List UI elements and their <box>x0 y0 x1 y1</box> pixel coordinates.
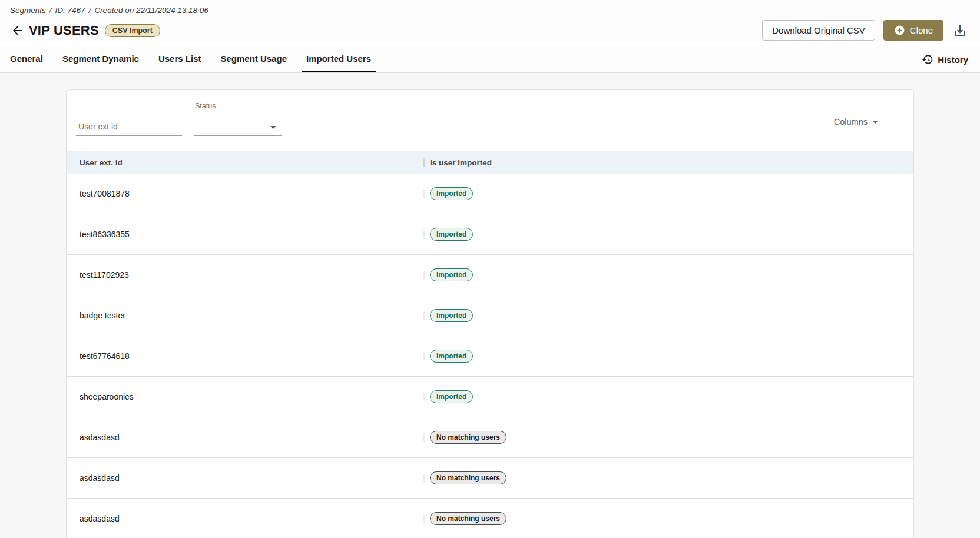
status-filter: Status <box>194 102 282 136</box>
breadcrumb: Segments / ID: 7467 / Created on 22/11/2… <box>10 6 968 15</box>
status-cell: Imported <box>423 228 913 241</box>
status-cell: No matching users <box>423 431 913 444</box>
status-cell: Imported <box>423 187 913 200</box>
status-badge: Imported <box>430 350 473 363</box>
chevron-down-icon <box>872 121 878 124</box>
column-separator <box>423 514 425 523</box>
breadcrumb-separator: / <box>49 6 52 15</box>
table-row: test11702923 Imported <box>67 255 913 295</box>
status-badge: Imported <box>430 390 473 403</box>
status-cell: Imported <box>423 309 913 322</box>
csv-import-badge: CSV Import <box>105 24 160 37</box>
page-header: Segments / ID: 7467 / Created on 22/11/2… <box>0 0 980 41</box>
user-ext-id-input[interactable] <box>76 118 182 136</box>
column-header-is-user-imported[interactable]: Is user imported <box>423 158 913 167</box>
status-badge: Imported <box>430 268 473 281</box>
tab-general[interactable]: General <box>10 47 48 72</box>
table-row: test67764618 Imported <box>67 336 913 377</box>
breadcrumb-created: Created on 22/11/2024 13:18:06 <box>94 6 208 15</box>
tab-imported-users[interactable]: Imported Users <box>302 47 376 72</box>
imported-users-card: Status Columns User ext. id Is user impo… <box>66 89 914 538</box>
user-ext-id-cell: test70081878 <box>67 189 423 198</box>
chevron-down-icon <box>270 126 276 129</box>
column-separator <box>423 271 425 280</box>
status-cell: No matching users <box>423 471 913 484</box>
content-area: Status Columns User ext. id Is user impo… <box>0 73 980 538</box>
download-original-csv-button[interactable]: Download Original CSV <box>762 20 875 41</box>
status-select[interactable] <box>194 119 282 136</box>
column-separator <box>423 230 425 239</box>
back-arrow-icon[interactable] <box>10 23 25 38</box>
tab-segment-usage[interactable]: Segment Usage <box>216 47 292 72</box>
user-ext-id-cell: badge tester <box>67 311 423 320</box>
clone-button-label: Clone <box>910 25 933 35</box>
user-ext-id-cell: asdasdasd <box>67 514 423 523</box>
status-filter-label: Status <box>194 102 282 110</box>
table-row: test70081878 Imported <box>67 174 913 214</box>
status-badge: Imported <box>430 187 473 200</box>
status-badge: No matching users <box>430 471 506 484</box>
tab-users-list[interactable]: Users List <box>154 47 206 72</box>
column-separator <box>423 158 425 167</box>
status-cell: No matching users <box>423 512 913 525</box>
history-label: History <box>938 55 968 65</box>
breadcrumb-segments-link[interactable]: Segments <box>10 6 46 15</box>
table-header-row: User ext. id Is user imported <box>67 151 913 174</box>
column-separator <box>423 352 425 361</box>
page-title: VIP USERS <box>29 23 99 38</box>
table-row: asdasdasd No matching users <box>67 458 913 499</box>
title-row: VIP USERS CSV Import Download Original C… <box>10 20 968 41</box>
user-ext-id-cell: sheeparoonies <box>67 392 423 401</box>
columns-label: Columns <box>834 117 868 127</box>
breadcrumb-id: ID: 7467 <box>55 6 85 15</box>
status-badge: Imported <box>430 309 473 322</box>
column-separator <box>423 393 425 401</box>
status-badge: No matching users <box>430 512 506 525</box>
filter-bar: Status Columns <box>67 90 913 136</box>
column-header-label: Is user imported <box>430 158 492 167</box>
table-row: sheeparoonies Imported <box>67 377 913 417</box>
user-ext-id-filter <box>76 118 182 136</box>
column-separator <box>423 311 425 320</box>
status-badge: No matching users <box>430 431 506 444</box>
table-row: asdasdasd No matching users <box>67 417 913 458</box>
user-ext-id-cell: test67764618 <box>67 351 423 361</box>
table-row: asdasdasd No matching users <box>67 499 913 538</box>
status-badge: Imported <box>430 228 473 241</box>
header-actions: Download Original CSV Clone <box>762 20 968 41</box>
column-separator <box>423 433 425 442</box>
history-button[interactable]: History <box>922 54 968 72</box>
tab-segment-dynamic[interactable]: Segment Dynamic <box>58 47 144 72</box>
status-cell: Imported <box>423 350 913 363</box>
add-circle-icon <box>894 25 905 36</box>
breadcrumb-separator: / <box>89 6 91 15</box>
column-separator <box>423 190 425 198</box>
table-row: badge tester Imported <box>67 295 913 336</box>
download-icon[interactable] <box>952 22 968 39</box>
columns-dropdown[interactable]: Columns <box>834 117 878 127</box>
user-ext-id-cell: asdasdasd <box>67 433 423 442</box>
user-ext-id-cell: asdasdasd <box>67 473 423 483</box>
tab-bar: General Segment Dynamic Users List Segme… <box>0 47 980 73</box>
column-separator <box>423 474 425 483</box>
table-row: test86336355 Imported <box>67 214 913 255</box>
clone-button[interactable]: Clone <box>883 20 943 41</box>
user-ext-id-cell: test86336355 <box>67 230 423 239</box>
status-cell: Imported <box>423 268 913 281</box>
history-icon <box>922 54 933 65</box>
column-header-user-ext-id[interactable]: User ext. id <box>67 158 423 167</box>
user-ext-id-cell: test11702923 <box>67 270 423 280</box>
status-cell: Imported <box>423 390 913 403</box>
